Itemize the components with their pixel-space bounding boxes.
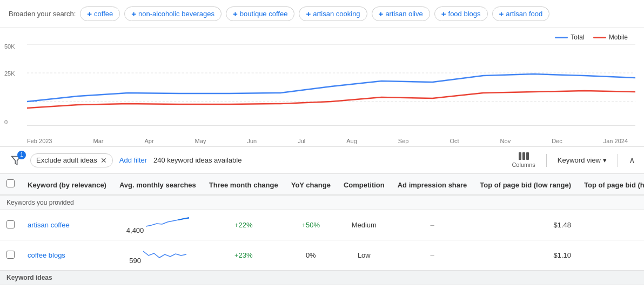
collapse-button[interactable]: ∧ [629, 155, 635, 165]
x-label-jun: Jun [247, 138, 257, 144]
header-yoy: YoY change [285, 174, 337, 195]
row1-keyword-link[interactable]: artisan coffee [28, 221, 70, 229]
row1-top-low: $1.48 [473, 210, 578, 240]
row1-checkbox[interactable] [6, 220, 15, 228]
header-keyword: Keyword (by relevance) [21, 174, 113, 195]
header-competition: Competition [337, 174, 391, 195]
divider2 [618, 154, 618, 167]
row2-top-low: $1.10 [473, 240, 578, 271]
columns-button[interactable]: Columns [512, 152, 535, 168]
keyword-view-button[interactable]: Keyword view ▾ [558, 156, 607, 164]
row1-keyword: artisan coffee [21, 210, 113, 240]
row1-competition: Medium [337, 210, 391, 240]
columns-label: Columns [512, 162, 535, 168]
legend-mobile-line [593, 37, 606, 38]
keywords-table: Keyword (by relevance) Avg. monthly sear… [0, 174, 644, 285]
row2-top-high: $8.24 [578, 240, 644, 271]
row2-avg: 590 [113, 240, 203, 271]
chip-boutique-coffee[interactable]: + boutique coffee [226, 6, 294, 21]
x-label-jul: Jul [298, 138, 305, 144]
row1-yoy: +50% [285, 210, 337, 240]
legend-total-label: Total [571, 33, 584, 41]
row2-yoy: 0% [285, 240, 337, 271]
chip-artisan-cooking[interactable]: + artisan cooking [299, 6, 367, 21]
chip-artisan-cooking-label: artisan cooking [313, 10, 360, 18]
chart-svg [27, 44, 635, 131]
chip-artisan-food-label: artisan food [506, 10, 542, 18]
table-wrap: Keyword (by relevance) Avg. monthly sear… [0, 174, 644, 285]
row2-keyword-link[interactable]: coffee blogs [28, 251, 65, 259]
exclude-adult-remove[interactable]: ✕ [100, 156, 107, 165]
filter-badge-count: 1 [17, 151, 26, 159]
header-avg: Avg. monthly searches [113, 174, 203, 195]
chip-non-alcoholic[interactable]: + non-alcoholic beverages [124, 6, 222, 21]
filter-bar: 1 Exclude adult ideas ✕ Add filter 240 k… [0, 147, 644, 174]
row1-ad-impression: – [391, 210, 474, 240]
chip-non-alcoholic-label: non-alcoholic beverages [138, 10, 214, 18]
header-three-month: Three month change [203, 174, 285, 195]
table-row: coffee blogs 590 +23% 0% Low – $1.10 $8.… [0, 240, 644, 271]
chip-plus-icon: + [441, 9, 446, 18]
row2-checkbox[interactable] [6, 251, 15, 259]
chip-boutique-coffee-label: boutique coffee [240, 10, 288, 18]
row1-checkbox-cell [0, 210, 21, 240]
row1-trend-chart [146, 216, 189, 233]
keyword-count: 240 keyword ideas available [153, 156, 505, 164]
x-label-apr: Apr [144, 138, 153, 144]
table-row: artisan coffee 4,400 +22% +50% Medium – … [0, 210, 644, 240]
chip-artisan-food[interactable]: + artisan food [492, 6, 550, 21]
broaden-label: Broaden your search: [9, 10, 76, 18]
x-label-dec: Dec [552, 138, 562, 144]
x-label-nov: Nov [500, 138, 511, 144]
chip-coffee[interactable]: + coffee [80, 6, 120, 21]
row1-top-high: $6.49 [578, 210, 644, 240]
filter-badge[interactable]: 1 [9, 153, 24, 168]
section-label: Keywords you provided [0, 195, 644, 210]
x-label-jan: Jan 2024 [603, 138, 628, 144]
row1-three-month: +22% [203, 210, 285, 240]
footer-section-row: Keyword ideas [0, 271, 644, 285]
chip-food-blogs-label: food blogs [448, 10, 481, 18]
x-label-sep: Sep [398, 138, 409, 144]
header-ad-impression: Ad impression share [391, 174, 474, 195]
exclude-adult-label: Exclude adult ideas [36, 156, 97, 164]
chip-plus-icon: + [131, 9, 136, 18]
header-top-low: Top of page bid (low range) [473, 174, 578, 195]
chip-artisan-olive[interactable]: + artisan olive [372, 6, 430, 21]
footer-label: Keyword ideas [0, 271, 644, 285]
chip-plus-icon: + [87, 9, 92, 18]
x-label-aug: Aug [346, 138, 357, 144]
y-label-25k: 25K [4, 70, 15, 77]
legend-total: Total [555, 33, 584, 41]
chip-food-blogs[interactable]: + food blogs [434, 6, 488, 21]
exclude-adult-chip[interactable]: Exclude adult ideas ✕ [30, 153, 113, 167]
divider [546, 154, 547, 167]
chip-artisan-olive-label: artisan olive [385, 10, 422, 18]
chevron-down-icon: ▾ [603, 156, 607, 164]
header-top-high: Top of page bid (high range) [578, 174, 644, 195]
x-label-mar: Mar [93, 138, 104, 144]
chart-legend: Total Mobile [555, 33, 628, 41]
row1-avg: 4,400 [113, 210, 203, 240]
chip-coffee-label: coffee [94, 10, 113, 18]
row2-checkbox-cell [0, 240, 21, 271]
broaden-bar: Broaden your search: + coffee + non-alco… [0, 0, 644, 28]
row2-keyword: coffee blogs [21, 240, 113, 271]
x-labels: Feb 2023 Mar Apr May Jun Jul Aug Sep Oct… [27, 138, 628, 144]
select-all-checkbox[interactable] [6, 179, 15, 187]
legend-mobile-label: Mobile [609, 33, 628, 41]
section-header-row: Keywords you provided [0, 195, 644, 210]
table-header-row: Keyword (by relevance) Avg. monthly sear… [0, 174, 644, 195]
header-checkbox-cell [0, 174, 21, 195]
legend-mobile: Mobile [593, 33, 628, 41]
x-label-feb: Feb 2023 [27, 138, 52, 144]
x-label-may: May [195, 138, 206, 144]
add-filter-button[interactable]: Add filter [119, 156, 147, 164]
y-label-0: 0 [4, 119, 8, 125]
chip-plus-icon: + [233, 9, 238, 18]
x-label-oct: Oct [450, 138, 459, 144]
columns-icon [519, 152, 529, 160]
legend-total-line [555, 37, 568, 38]
chip-plus-icon: + [499, 9, 504, 18]
row2-trend-chart [143, 246, 186, 263]
